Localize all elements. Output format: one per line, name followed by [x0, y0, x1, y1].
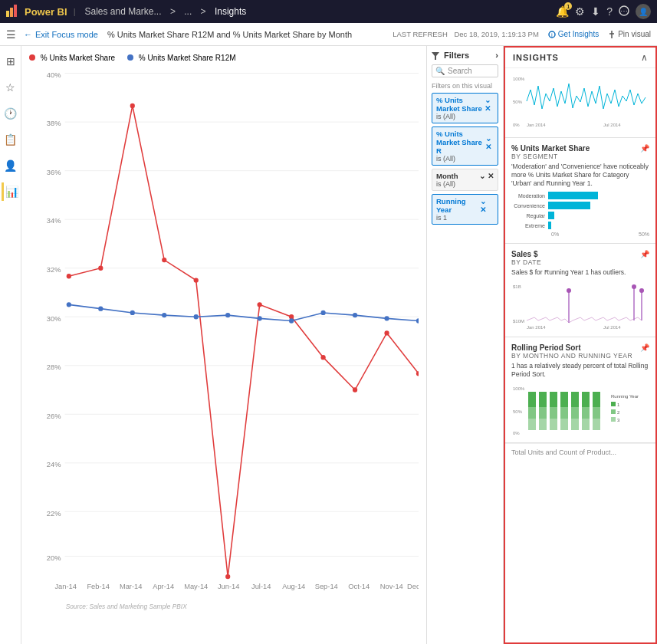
svg-text:20%: 20% [47, 554, 61, 562]
svg-text:22%: 22% [47, 509, 61, 518]
svg-point-31 [67, 274, 71, 278]
insight-card-rolling: 📌 Rolling Period Sort BY MONTHNO AND RUN… [505, 337, 655, 443]
svg-text:$1B: $1B [513, 284, 521, 289]
svg-text:Apr-14: Apr-14 [153, 582, 174, 590]
brand-label: Power BI [25, 6, 67, 18]
nav-favorites-icon[interactable]: ☆ [2, 78, 20, 97]
svg-point-44 [98, 306, 103, 310]
nav-recent-icon[interactable]: 🕐 [2, 104, 20, 123]
svg-text:50%: 50% [513, 409, 523, 414]
get-insights-button[interactable]: i Get Insights [548, 30, 599, 38]
svg-text:24%: 24% [47, 460, 61, 468]
nav-reports-icon[interactable]: 📊 [2, 182, 20, 201]
download-icon[interactable]: ⬇ [591, 5, 600, 18]
settings-icon[interactable]: ⚙ [575, 5, 585, 18]
nav-shared-icon[interactable]: 👤 [2, 156, 20, 175]
svg-point-77 [567, 288, 571, 293]
exit-focus-button[interactable]: ← Exit Focus mode [24, 30, 98, 39]
svg-point-47 [194, 314, 199, 319]
svg-rect-103 [582, 407, 590, 419]
legend-label-2: % Units Market Share R12M [139, 54, 236, 62]
filter-search-box[interactable]: 🔍 Search [432, 64, 498, 77]
svg-text:38%: 38% [47, 119, 61, 127]
svg-point-52 [353, 313, 357, 317]
svg-rect-89 [528, 419, 536, 430]
insight-card-sales: 📌 Sales $ BY DATE Sales $ for Running Ye… [505, 244, 655, 337]
notification-badge: 1 [564, 2, 572, 10]
svg-text:30%: 30% [47, 314, 61, 322]
pin-visual-button[interactable]: Pin visual [608, 30, 651, 38]
svg-text:Sep-14: Sep-14 [315, 582, 338, 590]
breadcrumb-sep2: > [198, 6, 209, 17]
svg-point-81 [639, 288, 644, 293]
svg-text:28%: 28% [47, 363, 61, 371]
nav-home-icon[interactable]: ⊞ [2, 52, 20, 71]
svg-text:$10M: $10M [513, 319, 524, 324]
svg-rect-101 [571, 419, 579, 430]
svg-text:2: 2 [617, 410, 620, 415]
filter-group-3[interactable]: Month ⌄ ✕ is (All) [432, 169, 498, 191]
svg-text:Nov-14: Nov-14 [380, 582, 403, 590]
sparkline-chart: 100% 50% 0% Jan 2014 Jul 2014 [511, 74, 649, 128]
nav-apps-icon[interactable]: 📋 [2, 130, 20, 149]
insight-4-title: Rolling Period Sort [511, 343, 649, 352]
filter-group-2[interactable]: % Units Market Share R ⌄ ✕ is (All) [432, 127, 498, 166]
hamburger-icon[interactable]: ☰ [6, 28, 16, 41]
filter-group-4-label: Running Year ⌄ ✕ [436, 197, 494, 214]
chart-area: % Units Market Share % Units Market Shar… [21, 46, 427, 644]
notification-icon[interactable]: 🔔1 [556, 5, 569, 18]
avatar[interactable]: 👤 [636, 4, 651, 19]
svg-rect-102 [582, 392, 590, 407]
svg-rect-95 [550, 419, 557, 430]
svg-text:Feb-14: Feb-14 [87, 582, 110, 590]
last-refresh-label: LAST REFRESH Dec 18, 2019, 1:19:13 PM [393, 30, 539, 38]
svg-text:Oct-14: Oct-14 [348, 582, 370, 590]
svg-text:⋯: ⋯ [620, 7, 628, 15]
search-icon: 🔍 [435, 67, 445, 75]
insight-2-desc: 'Moderation' and 'Convenience' have noti… [511, 163, 649, 188]
top-bar: Power BI | Sales and Marke... > ... > In… [0, 0, 657, 23]
top-bar-logo [6, 5, 18, 19]
svg-rect-107 [593, 419, 600, 430]
insights-panel: INSIGHTS ∧ 100% 50% 0% Jan 2014 Jul 2014… [504, 46, 657, 644]
share-icon[interactable]: ⋯ [619, 5, 629, 18]
filter-group-4[interactable]: Running Year ⌄ ✕ is 1 [432, 194, 498, 225]
svg-rect-97 [560, 407, 568, 419]
svg-text:0%: 0% [513, 123, 520, 127]
svg-text:0%: 0% [513, 431, 520, 435]
insight-2-title: % Units Market Share [511, 144, 649, 153]
breadcrumb: Sales and Marke... > ... > Insights [81, 6, 249, 17]
insight-3-title: Sales $ [511, 250, 649, 258]
pin-icon-3[interactable]: 📌 [640, 343, 649, 352]
svg-text:Jan 2014: Jan 2014 [527, 123, 546, 127]
svg-point-51 [320, 310, 325, 315]
svg-rect-91 [539, 407, 547, 419]
bar-fill-moderation [548, 192, 598, 199]
svg-text:Jan-14: Jan-14 [54, 582, 77, 590]
search-placeholder: Search [448, 67, 472, 75]
insight-more-label: Total Units and Count of Product... [505, 443, 655, 461]
help-icon[interactable]: ? [606, 5, 613, 18]
filters-title: Filters [432, 51, 469, 60]
filter-group-1[interactable]: % Units Market Share ⌄ ✕ is (All) [432, 93, 498, 123]
svg-rect-96 [560, 392, 568, 407]
svg-text:40%: 40% [47, 71, 61, 79]
pin-icon-2[interactable]: 📌 [640, 250, 649, 258]
insight-card-segment: 📌 % Units Market Share BY SEGMENT 'Moder… [505, 138, 655, 244]
bar-actions: LAST REFRESH Dec 18, 2019, 1:19:13 PM i … [393, 30, 651, 38]
svg-point-34 [162, 258, 166, 262]
insights-collapse-button[interactable]: ∧ [641, 52, 648, 63]
insight-4-subtitle: BY MONTHNO AND RUNNING YEAR [511, 352, 649, 360]
svg-point-37 [258, 302, 262, 307]
filters-expand-icon[interactable]: › [495, 51, 498, 60]
legend-item-1: % Units Market Share [29, 54, 115, 62]
insights-panel-header: INSIGHTS ∧ [505, 48, 655, 68]
line-chart[interactable]: 40% 38% 36% 34% 32% 30% 28% 26% 24% 22% … [29, 65, 419, 617]
filters-panel: Filters › 🔍 Search Filters on this visua… [427, 46, 504, 644]
svg-point-50 [289, 318, 294, 323]
breadcrumb-item-1[interactable]: Sales and Marke... [84, 6, 161, 17]
pin-icon-1[interactable]: 📌 [640, 144, 649, 153]
bar-fill-regular [548, 212, 554, 219]
page-title: % Units Market Share R12M and % Units Ma… [107, 30, 393, 39]
breadcrumb-item-2: ... [184, 6, 192, 17]
